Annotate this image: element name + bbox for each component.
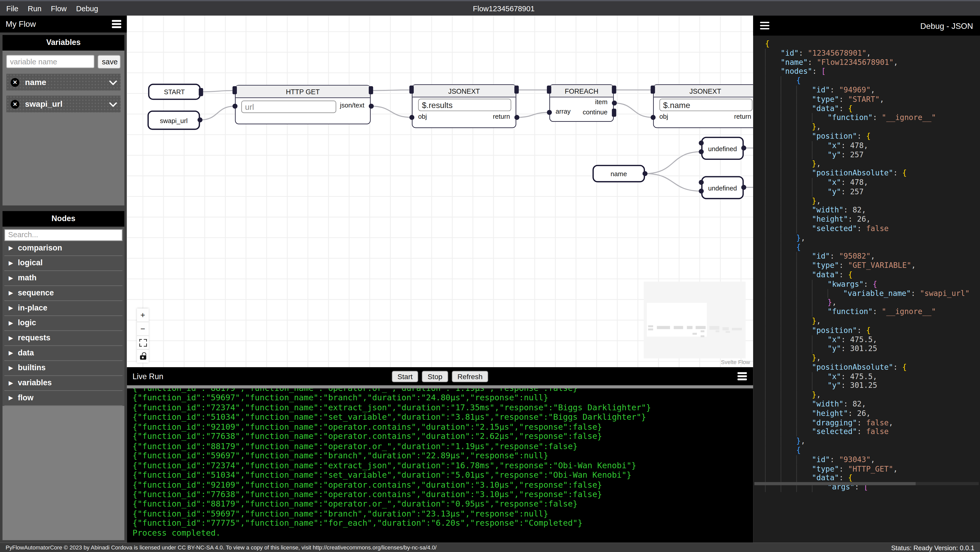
category-comparison[interactable]: ▶comparison [4,241,123,256]
flow-node-foreach[interactable]: FOREACHitemarraycontinue [549,84,614,122]
save-variable-button[interactable]: save [98,55,121,69]
category-sequence[interactable]: ▶sequence [4,286,123,301]
flow-node-start[interactable]: START [148,84,200,100]
fit-view-button[interactable] [137,336,149,350]
minimap-node [701,330,705,332]
category-label: requests [18,333,50,342]
port-circle[interactable] [643,171,648,176]
menu-flow[interactable]: Flow [51,4,67,13]
port-circle[interactable] [232,103,237,108]
category-label: logical [18,259,43,267]
category-builtins[interactable]: ▶builtins [4,360,123,376]
flow-node-undefined-2[interactable]: undefined [701,176,744,199]
port-label-obj: obj [659,112,668,119]
category-requests[interactable]: ▶requests [4,331,123,346]
menu-file[interactable]: File [6,4,18,13]
lock-button[interactable] [137,350,149,363]
json-line: }, [765,390,980,400]
flow-node-undefined-1[interactable]: undefined [701,137,744,160]
variable-row-swapi_url[interactable]: ✕swapi_url [6,95,121,113]
nodes-header: Nodes [3,211,124,227]
expand-arrow-icon: ▶ [9,335,13,341]
port-circle[interactable] [698,189,704,194]
category-in-place[interactable]: ▶in-place [4,301,123,316]
port-exec[interactable] [369,86,373,94]
category-logic[interactable]: ▶logic [4,316,123,331]
json-line: "x": 475.5, [765,335,980,344]
delete-variable-icon[interactable]: ✕ [11,100,19,108]
port-return[interactable] [514,115,519,120]
lock-icon [140,353,146,360]
delete-variable-icon[interactable]: ✕ [11,78,19,87]
live-run-menu-icon[interactable] [738,372,747,380]
port-json/text[interactable] [369,103,374,108]
chevron-down-icon[interactable] [109,77,117,85]
port-continue[interactable] [612,109,616,117]
port-exec[interactable] [514,86,519,94]
port-circle[interactable] [698,149,704,154]
port-exec[interactable] [232,86,237,94]
node-input[interactable] [659,98,752,111]
start-button[interactable]: Start [392,371,418,382]
json-line: "y": 301.25 [765,344,980,353]
edge [645,152,701,174]
port-circle[interactable] [197,117,203,122]
category-flow[interactable]: ▶flow [4,391,123,406]
port-circle[interactable] [698,140,704,146]
category-variables[interactable]: ▶variables [4,376,123,391]
category-label: logic [18,318,36,327]
port-obj[interactable] [409,115,414,120]
node-title: JSONEXT [654,85,753,98]
minimap-node [710,326,719,330]
port-circle[interactable] [741,185,746,190]
port-item[interactable] [611,100,617,105]
expand-arrow-icon: ▶ [9,350,13,355]
json-line: }, [765,122,980,132]
flow-canvas[interactable]: STARTswapi_urlHTTP GETjson/textJSONEXTob… [127,16,753,367]
flow-node-swapi-url[interactable]: swapi_url [148,111,200,130]
refresh-button[interactable]: Refresh [452,371,488,382]
port-exec[interactable] [199,88,203,96]
console-line: {"function_id":"59697","function_name":"… [133,451,753,461]
variables-body: save ✕name✕swapi_url [3,51,124,206]
flow-node-name[interactable]: name [593,165,645,182]
zoom-out-button[interactable]: − [137,322,149,336]
category-math[interactable]: ▶math [4,271,123,286]
category-logical[interactable]: ▶logical [4,256,123,271]
console-line: {"function_id":"59697","function_name":"… [133,509,753,519]
console-scrollbar[interactable] [127,385,753,389]
flow-node-jsonext-results[interactable]: JSONEXTobjreturn [412,84,516,128]
variable-name-input[interactable] [6,55,94,68]
expand-arrow-icon: ▶ [9,290,13,296]
port-circle[interactable] [741,146,746,151]
menu-run[interactable]: Run [28,4,41,13]
json-line: "position": { [765,132,980,141]
variables-header: Variables [3,35,124,51]
node-input[interactable] [418,98,511,111]
port-circle[interactable] [698,180,704,185]
chevron-down-icon[interactable] [109,99,117,107]
minimap-node [687,326,692,329]
port-obj[interactable] [650,115,655,120]
zoom-in-button[interactable]: + [137,308,149,322]
sidebar-menu-icon[interactable] [112,20,121,28]
variable-row-name[interactable]: ✕name [6,74,121,90]
menu-debug[interactable]: Debug [76,4,99,13]
node-search-input[interactable] [4,229,123,241]
flow-node-jsonext-name[interactable]: JSONEXTobjreturn [653,84,753,128]
json-line: "positionAbsolute": { [765,169,980,178]
stop-button[interactable]: Stop [422,371,448,382]
node-input[interactable] [241,101,336,113]
flow-node-http-get[interactable]: HTTP GETjson/text [235,85,371,124]
debug-menu-icon[interactable] [760,22,770,30]
minimap[interactable] [644,282,746,358]
json-line: "height": 26, [765,215,980,224]
debug-hscrollbar[interactable] [754,482,979,485]
port-exec[interactable] [612,86,616,94]
port-array[interactable] [547,109,552,115]
category-data[interactable]: ▶data [4,346,123,361]
port-exec[interactable] [651,86,655,94]
port-exec[interactable] [547,86,551,94]
port-label-return: return [493,112,510,119]
port-exec[interactable] [409,86,414,94]
